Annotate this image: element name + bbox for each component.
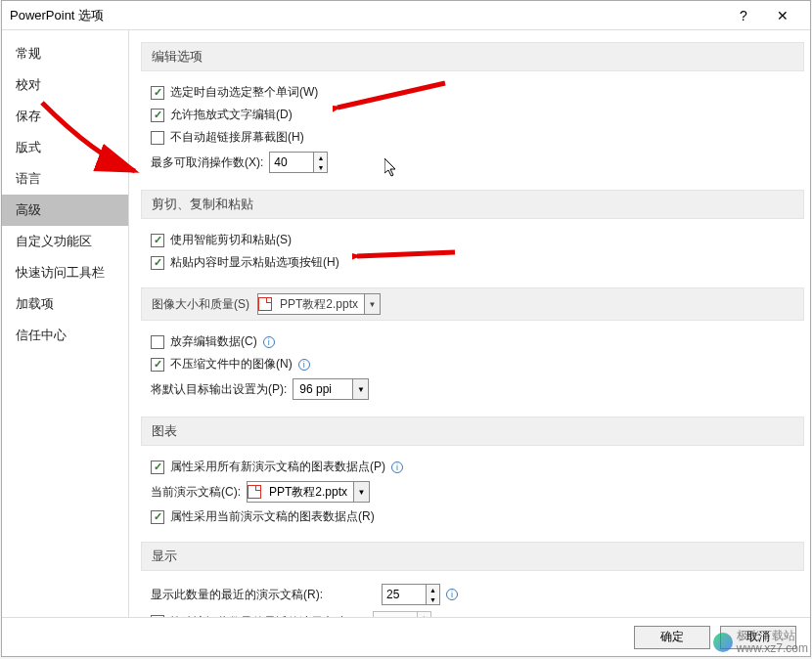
checkbox-smart-paste[interactable] xyxy=(151,234,164,247)
label-no-screenshot: 不自动超链接屏幕截图(H) xyxy=(170,129,304,146)
cancel-button[interactable]: 取消 xyxy=(720,626,796,649)
input-quick-recent xyxy=(374,612,417,617)
label-smart-paste: 使用智能剪切和粘贴(S) xyxy=(170,232,292,248)
label-drag-edit: 允许拖放式文字编辑(D) xyxy=(170,107,293,123)
input-max-undo[interactable] xyxy=(270,153,313,172)
section-chart-title: 图表 xyxy=(141,417,804,446)
sidebar-item-language[interactable]: 语言 xyxy=(2,163,128,195)
checkbox-discard-edit[interactable] xyxy=(151,335,164,349)
sidebar-item-layout[interactable]: 版式 xyxy=(2,132,128,163)
chevron-down-icon[interactable]: ▼ xyxy=(352,379,368,399)
checkbox-select-word[interactable] xyxy=(151,86,164,100)
sidebar-item-qat[interactable]: 快速访问工具栏 xyxy=(2,257,128,288)
pptx-file-icon xyxy=(258,297,272,311)
checkbox-no-screenshot[interactable] xyxy=(151,131,164,145)
label-recent-count: 显示此数量的最近的演示文稿(R): xyxy=(151,587,376,603)
spinner-recent-count[interactable]: ▲▼ xyxy=(382,584,440,605)
sidebar-item-general[interactable]: 常规 xyxy=(2,38,128,69)
chevron-down-icon[interactable]: ▼ xyxy=(353,482,369,502)
dropdown-image-file-value: PPT教程2.pptx xyxy=(274,296,364,313)
input-recent-count[interactable] xyxy=(383,585,426,604)
info-icon[interactable]: i xyxy=(446,589,458,600)
label-chart-current: 属性采用当前演示文稿的图表数据点(R) xyxy=(170,508,375,525)
pptx-file-icon xyxy=(248,485,261,499)
section-edit-title: 编辑选项 xyxy=(141,42,804,71)
dropdown-image-file[interactable]: PPT教程2.pptx ▼ xyxy=(257,293,381,315)
label-current-presentation: 当前演示文稿(C): xyxy=(151,484,241,501)
ok-button[interactable]: 确定 xyxy=(634,626,710,649)
sidebar-item-trust[interactable]: 信任中心 xyxy=(2,320,128,351)
section-image-title: 图像大小和质量(S) xyxy=(152,296,249,313)
checkbox-drag-edit[interactable] xyxy=(151,109,164,122)
spinner-up-icon: ▲ xyxy=(418,612,430,617)
spinner-down-icon[interactable]: ▼ xyxy=(427,594,439,604)
section-display-title: 显示 xyxy=(141,542,804,571)
section-ccp-title: 剪切、复制和粘贴 xyxy=(141,190,804,219)
sidebar-item-save[interactable]: 保存 xyxy=(2,101,128,132)
spinner-up-icon[interactable]: ▲ xyxy=(427,585,439,594)
sidebar: 常规 校对 保存 版式 语言 高级 自定义功能区 快速访问工具栏 加载项 信任中… xyxy=(2,30,129,617)
checkbox-chart-current[interactable] xyxy=(151,510,164,524)
label-select-word: 选定时自动选定整个单词(W) xyxy=(170,84,318,101)
sidebar-item-advanced[interactable]: 高级 xyxy=(2,195,128,226)
chevron-down-icon[interactable]: ▼ xyxy=(364,294,380,314)
info-icon[interactable]: i xyxy=(263,336,275,348)
label-paste-options: 粘贴内容时显示粘贴选项按钮(H) xyxy=(170,254,339,271)
sidebar-item-proofing[interactable]: 校对 xyxy=(2,69,128,101)
dropdown-default-output[interactable]: 96 ppi ▼ xyxy=(293,378,369,400)
checkbox-no-compress[interactable] xyxy=(151,358,164,372)
content-panel: 编辑选项 选定时自动选定整个单词(W) 允许拖放式文字编辑(D) 不自动超链接屏… xyxy=(129,30,810,617)
close-button[interactable]: ✕ xyxy=(763,2,802,29)
label-chart-all-new: 属性采用所有新演示文稿的图表数据点(P) xyxy=(170,459,385,475)
sidebar-item-customize-ribbon[interactable]: 自定义功能区 xyxy=(2,226,128,257)
dropdown-current-presentation[interactable]: PPT教程2.pptx ▼ xyxy=(247,481,370,503)
label-default-output: 将默认目标输出设置为(P): xyxy=(151,381,287,398)
titlebar: PowerPoint 选项 ? ✕ xyxy=(2,1,810,30)
label-no-compress: 不压缩文件中的图像(N) xyxy=(170,356,293,373)
label-discard-edit: 放弃编辑数据(C) xyxy=(170,333,257,350)
window-title: PowerPoint 选项 xyxy=(10,7,724,24)
label-max-undo: 最多可取消操作数(X): xyxy=(151,154,263,171)
sidebar-item-addins[interactable]: 加载项 xyxy=(2,288,128,320)
spinner-up-icon[interactable]: ▲ xyxy=(314,153,327,162)
section-image-header: 图像大小和质量(S) PPT教程2.pptx ▼ xyxy=(141,287,804,321)
help-button[interactable]: ? xyxy=(724,2,763,29)
spinner-max-undo[interactable]: ▲▼ xyxy=(269,152,328,173)
info-icon[interactable]: i xyxy=(298,359,310,371)
footer: 确定 取消 xyxy=(2,617,810,656)
dropdown-default-output-value: 96 ppi xyxy=(293,382,352,396)
spinner-quick-recent: ▲▼ xyxy=(373,611,431,617)
dropdown-current-presentation-value: PPT教程2.pptx xyxy=(263,484,353,501)
spinner-down-icon[interactable]: ▼ xyxy=(314,162,327,172)
info-icon[interactable]: i xyxy=(391,461,403,473)
checkbox-paste-options[interactable] xyxy=(151,256,164,270)
checkbox-chart-all-new[interactable] xyxy=(151,461,164,474)
